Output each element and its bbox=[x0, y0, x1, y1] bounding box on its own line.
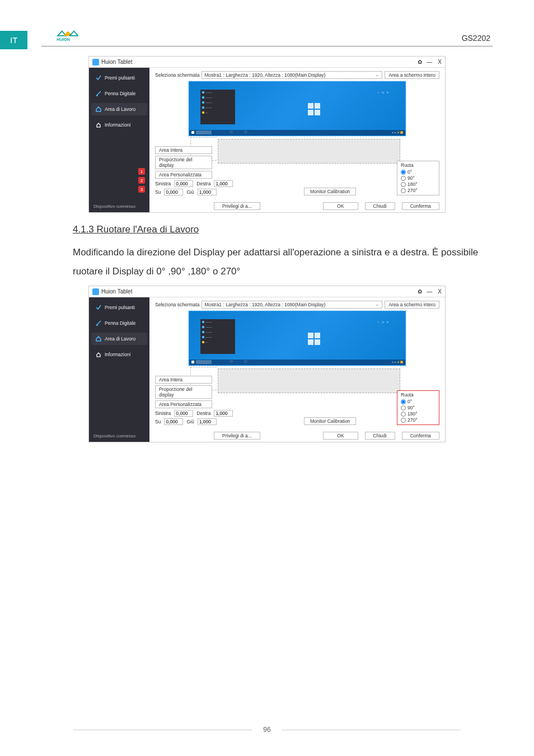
sidebar-item-press-keys[interactable]: Premi pulsanti bbox=[91, 72, 147, 84]
rotate-panel-highlighted: Ruota 0° 90° 180° 270° bbox=[397, 390, 439, 425]
custom-area-button[interactable]: Area Personalizzata bbox=[155, 400, 212, 408]
mini-app-preview: ——— ——— ——— ——— — bbox=[200, 90, 235, 124]
select-screen-label: Seleziona schermata bbox=[155, 72, 199, 78]
sidebar-item-press-keys[interactable]: Premi pulsanti bbox=[91, 301, 147, 314]
select-screen-label: Seleziona schermata bbox=[155, 302, 199, 307]
mini-window-controls: – □ × bbox=[378, 91, 390, 94]
monitor-calibration-button[interactable]: Monitor Calibration bbox=[304, 188, 356, 195]
sidebar-footer: Dispositivo connesso bbox=[89, 430, 149, 442]
rotate-0[interactable]: 0° bbox=[401, 399, 435, 404]
left-input[interactable] bbox=[174, 410, 193, 417]
app-icon bbox=[92, 288, 99, 295]
rotate-title: Ruota bbox=[401, 392, 435, 398]
up-input[interactable] bbox=[164, 189, 183, 195]
close-icon[interactable]: X bbox=[438, 288, 442, 295]
display-ratio-button[interactable]: Proporzione del display bbox=[155, 385, 212, 399]
full-area-button[interactable]: Area Intera bbox=[155, 146, 212, 154]
rotate-panel: Ruota 0° 90° 180° 270° bbox=[397, 161, 439, 195]
taskbar-preview: ∧ ▭ ⚡ 📶 bbox=[189, 130, 405, 136]
gear-icon[interactable]: ✿ bbox=[418, 59, 422, 65]
svg-text:HUION: HUION bbox=[57, 37, 70, 42]
windows-logo bbox=[308, 333, 320, 345]
custom-area-button[interactable]: Area Personalizzata bbox=[155, 171, 212, 179]
left-input[interactable] bbox=[174, 180, 193, 187]
sidebar: Premi pulsanti Penna Digitale Area di La… bbox=[89, 68, 149, 212]
titlebar: Huion Tablet ✿ — X bbox=[89, 286, 445, 297]
rotate-180[interactable]: 180° bbox=[401, 411, 435, 417]
sidebar-footer: Dispositivo connesso bbox=[89, 200, 149, 212]
rotate-0[interactable]: 0° bbox=[401, 169, 435, 175]
marker-3: 3 bbox=[138, 186, 145, 193]
section-title: 4.1.3 Ruotare l'Area di Lavoro bbox=[73, 224, 493, 235]
screenshot-1: Huion Tablet ✿ — X Premi pulsanti Penna … bbox=[88, 56, 446, 213]
screenshot-2: Huion Tablet ✿ — X Premi pulsanti Penna … bbox=[88, 286, 446, 442]
main-panel: Seleziona schermata Mostra1 : Larghezza … bbox=[149, 68, 445, 212]
ok-button[interactable]: OK bbox=[323, 432, 358, 440]
window-title: Huion Tablet bbox=[101, 59, 418, 65]
down-input[interactable] bbox=[198, 418, 217, 425]
up-input[interactable] bbox=[164, 418, 183, 425]
windows-logo bbox=[308, 103, 320, 115]
app-icon bbox=[92, 59, 99, 66]
minimize-icon[interactable]: — bbox=[427, 59, 432, 65]
sidebar-item-pen[interactable]: Penna Digitale bbox=[91, 87, 147, 100]
screen-dropdown[interactable]: Mostra1 : Larghezza : 1920, Altezza : 10… bbox=[202, 71, 382, 79]
rotate-title: Ruota bbox=[401, 162, 435, 168]
mini-app-preview: ——— ——— ——— ——— — bbox=[200, 319, 235, 354]
rotate-270[interactable]: 270° bbox=[401, 188, 435, 193]
desktop-preview: ——— ——— ——— ——— — – □ × ⎵——⎵— ∧ ▭ ⚡ 📶 bbox=[189, 311, 406, 366]
left-label: Sinistra bbox=[155, 410, 171, 416]
model-number: GS2202 bbox=[462, 34, 490, 43]
confirm-button[interactable]: Conferma bbox=[402, 202, 439, 210]
sidebar-item-info[interactable]: Informazioni bbox=[91, 348, 147, 361]
sidebar-item-work-area[interactable]: Area di Lavoro bbox=[91, 103, 147, 115]
header-divider bbox=[41, 46, 493, 46]
tablet-preview bbox=[218, 139, 400, 164]
gear-icon[interactable]: ✿ bbox=[418, 288, 422, 295]
rotate-90[interactable]: 90° bbox=[401, 175, 435, 181]
confirm-button[interactable]: Conferma bbox=[402, 432, 439, 440]
marker-2: 2 bbox=[138, 177, 145, 184]
sidebar-item-pen[interactable]: Penna Digitale bbox=[91, 317, 147, 329]
tablet-preview bbox=[218, 368, 400, 393]
sidebar-item-work-area[interactable]: Area di Lavoro bbox=[91, 333, 147, 345]
down-input[interactable] bbox=[198, 189, 217, 195]
right-input[interactable] bbox=[214, 180, 233, 187]
left-label: Sinistra bbox=[155, 181, 171, 186]
fullscreen-button[interactable]: Area a schermo intero bbox=[385, 71, 439, 79]
close-icon[interactable]: X bbox=[438, 59, 442, 65]
mini-window-controls: – □ × bbox=[378, 320, 390, 324]
main-panel: Seleziona schermata Mostra1 : Larghezza … bbox=[149, 297, 445, 442]
right-input[interactable] bbox=[214, 410, 233, 417]
taskbar-preview: ∧ ▭ ⚡ 📶 bbox=[189, 360, 405, 365]
privileges-button[interactable]: Privilegi di a... bbox=[214, 202, 260, 210]
marker-1: 1 bbox=[138, 168, 145, 175]
section-body: Modificando la direzione del Display per… bbox=[73, 243, 493, 281]
close-button[interactable]: Chiudi bbox=[365, 202, 395, 210]
huion-logo: HUION bbox=[56, 27, 78, 44]
monitor-calibration-button[interactable]: Monitor Calibration bbox=[304, 417, 356, 425]
right-label: Destra bbox=[196, 410, 210, 416]
page-number: 96 bbox=[263, 726, 270, 734]
rotate-180[interactable]: 180° bbox=[401, 181, 435, 187]
rotate-90[interactable]: 90° bbox=[401, 405, 435, 410]
display-ratio-button[interactable]: Proporzione del display bbox=[155, 156, 212, 169]
privileges-button[interactable]: Privilegi di a... bbox=[214, 432, 260, 440]
full-area-button[interactable]: Area Intera bbox=[155, 376, 212, 384]
language-tab: IT bbox=[0, 31, 27, 49]
up-label: Su bbox=[155, 189, 161, 195]
close-button[interactable]: Chiudi bbox=[365, 432, 395, 440]
fullscreen-button[interactable]: Area a schermo intero bbox=[385, 301, 439, 309]
minimize-icon[interactable]: — bbox=[427, 288, 432, 295]
sidebar-item-info[interactable]: Informazioni bbox=[91, 119, 147, 131]
up-label: Su bbox=[155, 419, 161, 424]
rotate-270[interactable]: 270° bbox=[401, 417, 435, 423]
down-label: Giù bbox=[186, 419, 194, 424]
down-label: Giù bbox=[186, 189, 194, 195]
screen-dropdown[interactable]: Mostra1 : Larghezza : 1920, Altezza : 10… bbox=[202, 301, 382, 309]
titlebar: Huion Tablet ✿ — X bbox=[89, 57, 445, 68]
sidebar: Premi pulsanti Penna Digitale Area di La… bbox=[89, 297, 149, 442]
ok-button[interactable]: OK bbox=[323, 202, 358, 210]
window-title: Huion Tablet bbox=[101, 288, 418, 295]
right-label: Destra bbox=[196, 181, 210, 186]
